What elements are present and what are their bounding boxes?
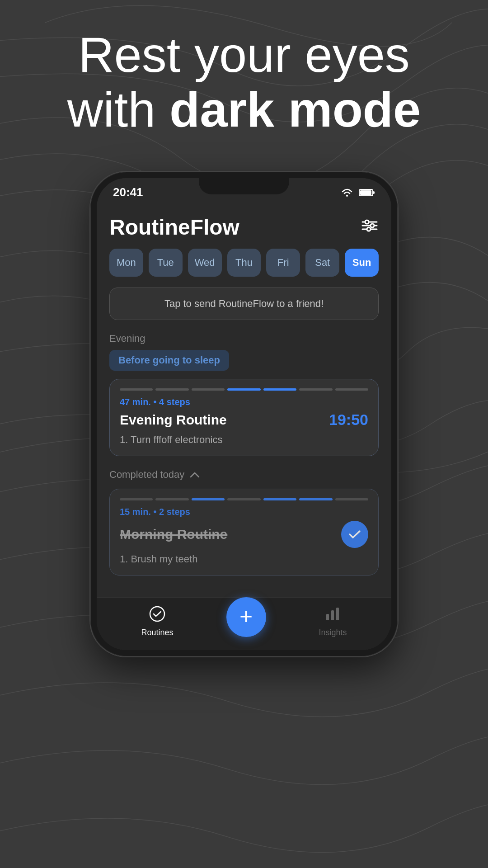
day-tue[interactable]: Tue bbox=[149, 249, 183, 277]
routines-label: Routines bbox=[141, 628, 173, 637]
day-mon[interactable]: Mon bbox=[109, 249, 143, 277]
nav-routines[interactable]: Routines bbox=[141, 606, 173, 637]
app-content: RoutineFlow bbox=[97, 203, 391, 597]
svg-point-10 bbox=[150, 607, 164, 621]
mprog-3 bbox=[192, 498, 225, 500]
evening-card-meta: 47 min. • 4 steps bbox=[120, 397, 368, 407]
day-wed[interactable]: Wed bbox=[188, 249, 222, 277]
morning-card-title-row: Morning Routine bbox=[120, 521, 368, 548]
morning-card-title: Morning Routine bbox=[120, 527, 227, 542]
mprog-4 bbox=[227, 498, 260, 500]
progress-seg-3 bbox=[192, 388, 225, 391]
progress-seg-1 bbox=[120, 388, 153, 391]
evening-progress-row bbox=[120, 388, 368, 391]
hero-section: Rest your eyes with dark mode bbox=[0, 27, 488, 137]
before-sleep-tag[interactable]: Before going to sleep bbox=[109, 350, 229, 371]
status-icons bbox=[340, 187, 375, 198]
nav-insights[interactable]: Insights bbox=[319, 606, 347, 637]
hero-line2-normal: with bbox=[67, 81, 169, 137]
day-sat[interactable]: Sat bbox=[305, 249, 339, 277]
app-title: RoutineFlow bbox=[109, 215, 239, 240]
routines-icon bbox=[149, 606, 165, 625]
settings-icon[interactable] bbox=[361, 218, 379, 236]
day-fri[interactable]: Fri bbox=[266, 249, 300, 277]
insights-label: Insights bbox=[319, 628, 347, 637]
share-banner[interactable]: Tap to send RoutineFlow to a friend! bbox=[109, 288, 379, 320]
svg-rect-13 bbox=[336, 608, 339, 620]
app-header: RoutineFlow bbox=[109, 208, 379, 249]
evening-card-time: 19:50 bbox=[329, 411, 368, 429]
hero-line2-bold: dark mode bbox=[169, 81, 421, 137]
morning-progress-row bbox=[120, 498, 368, 500]
mprog-6 bbox=[299, 498, 332, 500]
mprog-1 bbox=[120, 498, 153, 500]
add-icon: + bbox=[239, 605, 253, 627]
morning-card-meta: 15 min. • 2 steps bbox=[120, 507, 368, 517]
evening-label: Evening bbox=[109, 333, 379, 344]
day-selector: Mon Tue Wed Thu Fri Sat Sun bbox=[109, 249, 379, 277]
insights-icon bbox=[324, 606, 341, 625]
svg-point-9 bbox=[367, 227, 371, 231]
day-thu[interactable]: Thu bbox=[227, 249, 261, 277]
completed-label: Completed today bbox=[109, 469, 184, 481]
evening-card-title: Evening Routine bbox=[120, 412, 227, 428]
svg-rect-3 bbox=[373, 191, 375, 194]
completed-check-icon bbox=[341, 521, 368, 548]
morning-card-step: 1. Brush my teeth bbox=[120, 553, 368, 565]
day-sun[interactable]: Sun bbox=[345, 249, 379, 277]
svg-rect-12 bbox=[331, 610, 334, 620]
progress-seg-6 bbox=[299, 388, 332, 391]
svg-point-0 bbox=[346, 195, 348, 197]
svg-point-7 bbox=[365, 220, 369, 224]
progress-seg-5 bbox=[263, 388, 296, 391]
progress-seg-2 bbox=[155, 388, 188, 391]
wifi-icon bbox=[340, 187, 354, 198]
evening-card-title-row: Evening Routine 19:50 bbox=[120, 411, 368, 429]
mprog-2 bbox=[155, 498, 188, 500]
completed-header: Completed today bbox=[109, 469, 379, 481]
morning-routine-card[interactable]: 15 min. • 2 steps Morning Routine 1. Bru… bbox=[109, 489, 379, 576]
status-time: 20:41 bbox=[113, 185, 143, 199]
add-button[interactable]: + bbox=[226, 597, 266, 637]
phone-screen: 20:41 bbox=[97, 178, 391, 650]
svg-rect-11 bbox=[326, 614, 329, 620]
phone-outer-shell: 20:41 bbox=[90, 172, 398, 656]
chevron-up-icon bbox=[190, 469, 200, 481]
phone-mockup: 20:41 bbox=[90, 172, 398, 656]
hero-line1: Rest your eyes bbox=[78, 27, 410, 82]
progress-seg-7 bbox=[335, 388, 368, 391]
mprog-7 bbox=[335, 498, 368, 500]
svg-rect-2 bbox=[360, 190, 371, 195]
phone-notch bbox=[199, 178, 289, 194]
evening-card-step: 1. Turn fffoff electronics bbox=[120, 434, 368, 446]
svg-point-8 bbox=[371, 224, 374, 227]
bottom-nav: Routines + Insights bbox=[97, 597, 391, 650]
progress-seg-4 bbox=[227, 388, 260, 391]
mprog-5 bbox=[263, 498, 296, 500]
evening-routine-card[interactable]: 47 min. • 4 steps Evening Routine 19:50 … bbox=[109, 379, 379, 456]
battery-icon bbox=[359, 188, 375, 197]
